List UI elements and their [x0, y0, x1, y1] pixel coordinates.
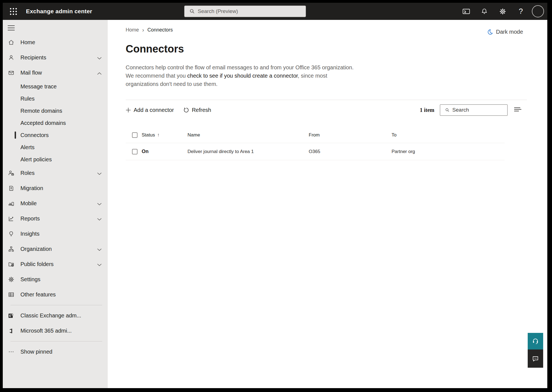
sidebar-item-label: Alerts: [20, 144, 35, 151]
column-header-from[interactable]: From: [309, 132, 392, 138]
page-title: Connectors: [126, 43, 527, 55]
account-avatar[interactable]: [532, 5, 544, 17]
sort-lines-icon: [514, 107, 522, 112]
sidebar-item-label: Classic Exchange adm...: [20, 312, 81, 319]
sidebar-item-label: Alert policies: [20, 156, 52, 163]
global-search-input[interactable]: [198, 8, 302, 14]
column-header-label: Status: [142, 132, 155, 138]
item-count: 1 item: [420, 107, 434, 113]
sidebar-item-classic-exchange-admin[interactable]: Classic Exchange adm...: [3, 308, 108, 323]
sidebar-item-alerts[interactable]: Alerts: [3, 141, 108, 153]
sidebar-item-recipients[interactable]: Recipients: [3, 50, 108, 65]
sidebar-item-migration[interactable]: Migration: [3, 181, 108, 196]
breadcrumb-current: Connectors: [147, 27, 173, 33]
sidebar-divider: [10, 341, 102, 341]
org-chart-icon: [8, 246, 14, 252]
cell-status: On: [142, 149, 187, 154]
sidebar-item-roles[interactable]: Roles: [3, 165, 108, 181]
floating-buttons: [528, 333, 543, 368]
app-launcher-button[interactable]: [7, 5, 20, 18]
waffle-icon: [10, 8, 17, 15]
document-arrow-icon: [8, 185, 14, 192]
powershell-button[interactable]: [459, 4, 473, 19]
connectors-table: Status ↑ Name From To On: [126, 127, 505, 160]
list-search-input[interactable]: [452, 107, 505, 113]
select-all-checkbox[interactable]: [132, 132, 138, 138]
sidebar-divider: [10, 305, 102, 305]
sidebar-item-insights[interactable]: Insights: [3, 226, 108, 241]
sidebar-item-microsoft-365-admin[interactable]: Microsoft 365 admi...: [3, 323, 108, 338]
table-header-row: Status ↑ Name From To: [126, 127, 505, 143]
sidebar-item-mobile[interactable]: Mobile: [3, 196, 108, 211]
sort-ascending-icon: ↑: [157, 132, 160, 138]
sidebar-item-label: Organization: [20, 246, 52, 252]
toolbar-divider: [126, 100, 527, 100]
search-icon: [445, 107, 450, 113]
help-button[interactable]: ?: [514, 4, 528, 19]
chevron-down-icon: [97, 215, 102, 222]
sidebar: Home Recipients Mail flow: [3, 20, 108, 388]
ellipsis-icon: [8, 349, 14, 355]
column-header-label: Name: [187, 132, 200, 138]
sidebar-item-rules[interactable]: Rules: [3, 93, 108, 105]
sidebar-item-label: Show pinned: [20, 349, 52, 355]
sidebar-item-public-folders[interactable]: Public folders: [3, 257, 108, 272]
sidebar-item-label: Migration: [20, 185, 43, 191]
topbar: Exchange admin center: [3, 3, 547, 20]
refresh-icon: [183, 107, 189, 113]
dark-mode-toggle[interactable]: Dark mode: [487, 29, 523, 35]
breadcrumb-separator: ›: [142, 27, 144, 33]
notifications-button[interactable]: [477, 4, 492, 19]
menu-toggle[interactable]: [3, 20, 108, 35]
headset-icon: [532, 338, 539, 345]
gear-icon: [499, 8, 506, 15]
sidebar-item-alert-policies[interactable]: Alert policies: [3, 153, 108, 165]
create-connector-link[interactable]: check to see if you should create a conn…: [187, 73, 298, 79]
column-header-to[interactable]: To: [392, 132, 505, 138]
feedback-button[interactable]: [528, 349, 543, 368]
cell-name: Deliver journal directly to Area 1: [187, 149, 309, 154]
breadcrumb-home-link[interactable]: Home: [126, 27, 139, 33]
moon-icon: [487, 29, 493, 35]
column-header-name[interactable]: Name: [187, 132, 309, 138]
plus-icon: [126, 107, 131, 113]
sidebar-item-label: Message trace: [20, 83, 57, 90]
sidebar-item-other-features[interactable]: Other features: [3, 287, 108, 302]
sidebar-item-organization[interactable]: Organization: [3, 241, 108, 257]
global-search[interactable]: [184, 6, 306, 17]
sidebar-item-label: Insights: [20, 231, 39, 237]
sidebar-item-label: Mail flow: [20, 70, 42, 76]
sidebar-item-mail-flow[interactable]: Mail flow: [3, 65, 108, 80]
refresh-button[interactable]: Refresh: [183, 107, 211, 113]
sidebar-item-label: Settings: [20, 276, 40, 283]
sort-filter-button[interactable]: [513, 106, 523, 114]
sidebar-item-settings[interactable]: Settings: [3, 272, 108, 287]
settings-button[interactable]: [495, 4, 510, 19]
search-icon: [189, 9, 195, 14]
sidebar-item-accepted-domains[interactable]: Accepted domains: [3, 117, 108, 129]
sidebar-item-reports[interactable]: Reports: [3, 211, 108, 226]
add-connector-label: Add a connector: [134, 107, 174, 113]
gear-icon: [8, 276, 14, 283]
hamburger-icon: [8, 25, 15, 30]
sidebar-item-remote-domains[interactable]: Remote domains: [3, 105, 108, 117]
list-search[interactable]: [440, 104, 508, 116]
row-checkbox[interactable]: [132, 149, 138, 154]
add-connector-button[interactable]: Add a connector: [126, 107, 174, 113]
column-header-status[interactable]: Status ↑: [142, 132, 187, 138]
page-description: Connectors help control the flow of emai…: [126, 63, 360, 88]
sidebar-item-show-pinned[interactable]: Show pinned: [3, 344, 108, 359]
sidebar-item-connectors[interactable]: Connectors: [3, 129, 108, 141]
lightbulb-icon: [8, 231, 14, 237]
sidebar-item-home[interactable]: Home: [3, 35, 108, 50]
sidebar-item-label: Home: [20, 39, 35, 46]
chevron-down-icon: [97, 261, 102, 267]
sidebar-item-message-trace[interactable]: Message trace: [3, 80, 108, 93]
sidebar-item-label: Other features: [20, 291, 56, 298]
table-row[interactable]: On Deliver journal directly to Area 1 O3…: [126, 143, 505, 160]
support-button[interactable]: [528, 333, 543, 349]
chevron-up-icon: [97, 70, 102, 76]
sidebar-item-label: Roles: [20, 170, 35, 176]
envelope-icon: [8, 70, 14, 76]
mobile-stats-icon: [8, 200, 14, 207]
